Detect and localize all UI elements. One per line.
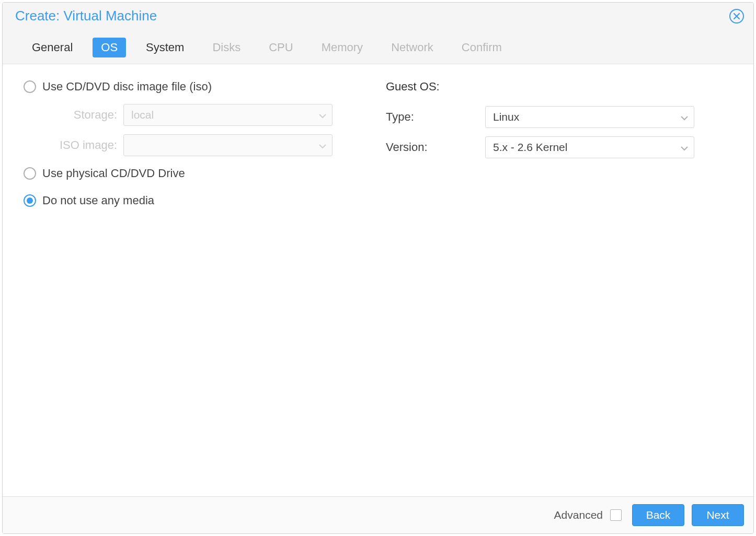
chevron-down-icon [680, 111, 689, 123]
os-type-row: Type: Linux [386, 106, 732, 128]
next-button[interactable]: Next [692, 504, 744, 526]
radio-label-no-media: Do not use any media [42, 194, 154, 207]
chevron-down-icon [318, 109, 327, 121]
tab-confirm: Confirm [453, 38, 510, 57]
os-version-value: 5.x - 2.6 Kernel [493, 141, 567, 154]
os-version-label: Version: [386, 141, 485, 154]
radio-label-iso: Use CD/DVD disc image file (iso) [42, 80, 212, 94]
title-row: Create: Virtual Machine [3, 3, 753, 24]
radio-row-iso: Use CD/DVD disc image file (iso) [24, 80, 370, 94]
tab-memory: Memory [313, 38, 371, 57]
tab-os[interactable]: OS [93, 38, 126, 57]
dialog-title: Create: Virtual Machine [15, 8, 157, 24]
storage-row: Storage: local [42, 104, 370, 126]
tab-disks: Disks [204, 38, 249, 57]
os-version-row: Version: 5.x - 2.6 Kernel [386, 136, 732, 158]
storage-combo: local [123, 104, 333, 126]
os-version-combo[interactable]: 5.x - 2.6 Kernel [485, 136, 694, 158]
radio-row-physical: Use physical CD/DVD Drive [24, 167, 370, 180]
chevron-down-icon [318, 139, 327, 152]
storage-label: Storage: [42, 108, 123, 122]
wizard-tabs: General OS System Disks CPU Memory Netwo… [3, 24, 753, 64]
next-button-label: Next [706, 509, 729, 521]
radio-label-physical: Use physical CD/DVD Drive [42, 167, 185, 180]
close-icon [733, 13, 740, 20]
close-button[interactable] [729, 9, 744, 24]
tab-cpu: CPU [260, 38, 301, 57]
create-vm-dialog: Create: Virtual Machine General OS Syste… [2, 2, 754, 534]
tab-system[interactable]: System [138, 38, 192, 57]
radio-no-media[interactable] [24, 194, 36, 207]
tab-network: Network [383, 38, 442, 57]
tab-general[interactable]: General [24, 38, 81, 57]
guest-os-heading: Guest OS: [386, 80, 732, 94]
storage-value: local [131, 109, 154, 121]
chevron-down-icon [680, 141, 689, 154]
media-column: Use CD/DVD disc image file (iso) Storage… [24, 80, 370, 481]
back-button[interactable]: Back [632, 504, 684, 526]
dialog-header: Create: Virtual Machine General OS Syste… [3, 3, 753, 64]
guest-os-column: Guest OS: Type: Linux Version: 5.x - 2.6… [386, 80, 732, 481]
iso-image-label: ISO image: [42, 138, 123, 152]
advanced-label: Advanced [554, 509, 603, 521]
radio-row-no-media: Do not use any media [24, 194, 370, 207]
iso-fields: Storage: local ISO image: [24, 104, 370, 156]
os-type-value: Linux [493, 111, 519, 123]
iso-image-row: ISO image: [42, 134, 370, 156]
os-type-combo[interactable]: Linux [485, 106, 694, 128]
os-type-label: Type: [386, 110, 485, 124]
iso-image-combo [123, 134, 333, 156]
advanced-checkbox[interactable] [610, 509, 622, 521]
back-button-label: Back [646, 509, 671, 521]
dialog-content: Use CD/DVD disc image file (iso) Storage… [3, 64, 753, 496]
radio-use-iso[interactable] [24, 80, 36, 93]
dialog-footer: Advanced Back Next [3, 496, 753, 533]
radio-use-physical[interactable] [24, 167, 36, 180]
